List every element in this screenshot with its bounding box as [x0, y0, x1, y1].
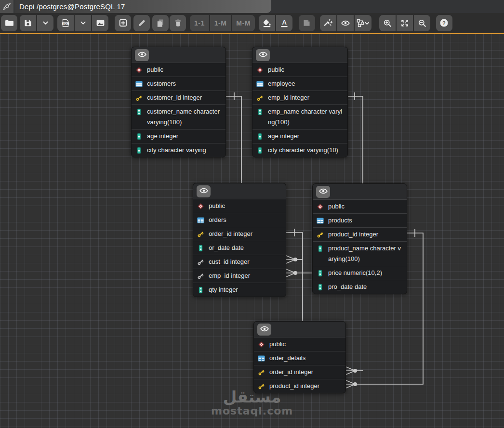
row-text: emp_id integer [268, 92, 309, 103]
eye-icon [318, 187, 328, 197]
pk-icon [258, 383, 265, 390]
generate-sql-button[interactable]: SQL [57, 15, 74, 31]
table-details-toggle[interactable] [316, 186, 330, 198]
table-name-row: orders [193, 213, 286, 227]
sql-dropdown[interactable] [75, 15, 91, 31]
column-icon [317, 284, 324, 291]
column-icon [135, 133, 143, 140]
row-text: public [269, 339, 286, 350]
table-name-row: customers [132, 77, 225, 91]
table-details-toggle[interactable] [256, 49, 270, 61]
row-text: customers [147, 78, 176, 89]
table-header [193, 183, 286, 199]
column-row: pro_date date [313, 280, 407, 294]
button-label: M-M [234, 19, 253, 27]
svg-text:?: ? [442, 20, 446, 26]
wand-icon [323, 18, 332, 27]
chevron-icon [41, 19, 50, 27]
table-details-toggle[interactable] [257, 324, 271, 336]
auto-align-button[interactable] [320, 15, 336, 31]
table-details-toggle[interactable] [135, 49, 149, 61]
sql-icon: SQL [61, 19, 70, 27]
zoom-in-button[interactable] [379, 15, 396, 31]
table-icon [135, 80, 143, 88]
textcolor-icon: A [279, 18, 289, 27]
save-dropdown[interactable] [37, 15, 53, 31]
schema-row: public [252, 63, 347, 77]
column-row: product_name character varying(100) [313, 242, 407, 266]
column-icon [317, 270, 324, 277]
toolbar-group [320, 15, 371, 31]
row-text: price numeric(10,2) [328, 268, 382, 278]
clone-table-button[interactable] [152, 15, 169, 31]
column-row: emp_name character varying(100) [252, 105, 347, 130]
erd-table-order_details[interactable]: publicorder_detailsorder_id integerprodu… [253, 321, 346, 393]
help-icon: ? [439, 18, 449, 27]
column-row: product_id integer [254, 379, 345, 393]
column-row: order_id integer [193, 227, 286, 241]
column-icon [256, 108, 264, 116]
row-text: public [147, 65, 163, 75]
eye-icon [258, 50, 268, 60]
schema-icon [256, 66, 264, 74]
erd-table-products[interactable]: publicproductsproduct_id integerproduct_… [312, 183, 407, 294]
help-button[interactable]: ? [436, 15, 452, 31]
column-row: age integer [132, 130, 225, 143]
text-color-button[interactable]: A [276, 15, 292, 31]
fk-icon [197, 272, 204, 280]
image-icon [96, 18, 105, 27]
bucket-icon [262, 18, 272, 27]
table-details-toggle[interactable] [197, 185, 211, 197]
row-text: city character varying(10) [268, 145, 338, 156]
erd-table-employee[interactable]: publicemployeeemp_id integeremp_name cha… [252, 47, 348, 157]
pk-icon [258, 369, 265, 376]
table-name-row: employee [252, 77, 347, 91]
schema-row: public [254, 337, 345, 351]
edit-table-button[interactable] [133, 15, 150, 31]
add-icon [119, 18, 128, 27]
zoom-out-button[interactable] [414, 15, 430, 31]
toolbar-group [299, 15, 315, 31]
erd-table-customers[interactable]: publiccustomerscustomer_id integercustom… [131, 47, 226, 157]
trash-icon [174, 19, 182, 27]
row-text: qty integer [209, 285, 238, 295]
row-text: emp_id integer [209, 271, 250, 281]
schema-row: public [313, 200, 407, 214]
eye-icon [199, 186, 209, 196]
svg-text:A: A [282, 19, 287, 26]
note-icon [303, 19, 311, 27]
toolbar-group [1, 15, 17, 31]
save-project-button[interactable] [20, 15, 36, 31]
row-text: cust_id integer [209, 257, 250, 267]
erd-tab: Depi /postgres@PostgreSQL 17 [14, 0, 271, 13]
cardinality-notation-button[interactable] [355, 15, 371, 31]
drop-table-button[interactable] [170, 15, 186, 31]
toolbar-group [170, 15, 186, 31]
eye-icon [341, 19, 350, 27]
schema-row: public [132, 63, 225, 77]
erd-icon [357, 19, 370, 27]
table-icon [317, 217, 324, 224]
show-details-button[interactable] [337, 15, 354, 31]
column-row: customer_name character varying(100) [132, 105, 225, 130]
row-text: city character varying [147, 145, 206, 156]
eye-icon [260, 324, 269, 335]
table-icon [197, 217, 204, 224]
table-header [254, 322, 345, 337]
schema-icon [317, 203, 324, 210]
pk-icon [135, 94, 143, 102]
add-table-button[interactable] [115, 15, 131, 31]
row-text: customer_id integer [147, 92, 202, 103]
zoom-to-fit-button[interactable] [397, 15, 413, 31]
column-row: emp_id integer [252, 91, 347, 105]
table-icon [256, 80, 264, 88]
fill-color-button[interactable] [259, 15, 275, 31]
folder-icon [5, 18, 14, 27]
open-project-button[interactable] [1, 15, 17, 31]
column-row: price numeric(10,2) [313, 266, 407, 280]
column-row: city character varying [132, 143, 225, 157]
erd-table-orders[interactable]: publicordersorder_id integeror_date date… [193, 183, 286, 297]
pk-icon [256, 94, 264, 102]
row-text: product_id integer [328, 229, 378, 240]
download-image-button[interactable] [92, 15, 108, 31]
